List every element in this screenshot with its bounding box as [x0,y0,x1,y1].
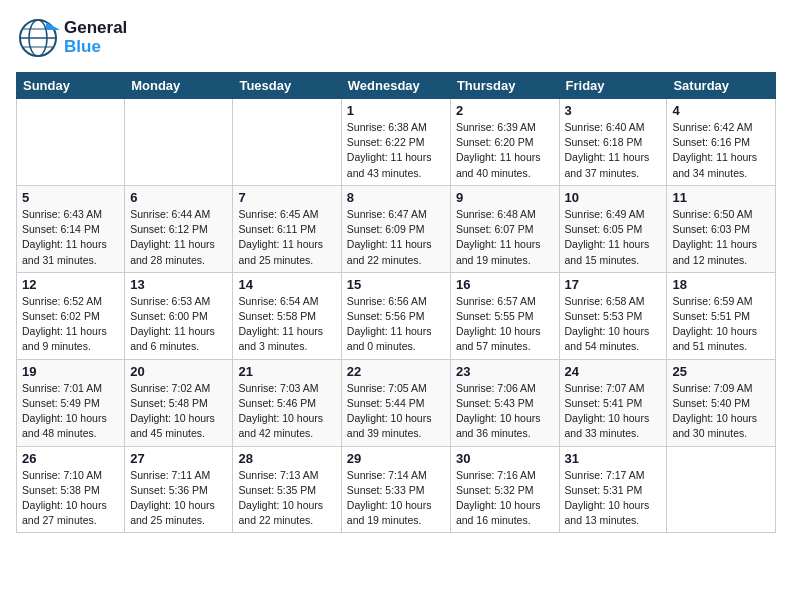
calendar-cell: 31Sunrise: 7:17 AM Sunset: 5:31 PM Dayli… [559,446,667,533]
day-number: 25 [672,364,770,379]
day-info: Sunrise: 6:54 AM Sunset: 5:58 PM Dayligh… [238,294,335,355]
day-number: 13 [130,277,227,292]
calendar-cell: 22Sunrise: 7:05 AM Sunset: 5:44 PM Dayli… [341,359,450,446]
calendar-cell: 10Sunrise: 6:49 AM Sunset: 6:05 PM Dayli… [559,185,667,272]
day-info: Sunrise: 6:59 AM Sunset: 5:51 PM Dayligh… [672,294,770,355]
calendar-cell: 14Sunrise: 6:54 AM Sunset: 5:58 PM Dayli… [233,272,341,359]
day-number: 10 [565,190,662,205]
logo-text: General Blue [64,19,127,56]
weekday-header-thursday: Thursday [450,73,559,99]
day-number: 12 [22,277,119,292]
calendar-table: SundayMondayTuesdayWednesdayThursdayFrid… [16,72,776,533]
day-info: Sunrise: 6:39 AM Sunset: 6:20 PM Dayligh… [456,120,554,181]
day-info: Sunrise: 6:47 AM Sunset: 6:09 PM Dayligh… [347,207,445,268]
calendar-cell: 13Sunrise: 6:53 AM Sunset: 6:00 PM Dayli… [125,272,233,359]
calendar-cell: 26Sunrise: 7:10 AM Sunset: 5:38 PM Dayli… [17,446,125,533]
day-info: Sunrise: 7:02 AM Sunset: 5:48 PM Dayligh… [130,381,227,442]
weekday-header-wednesday: Wednesday [341,73,450,99]
day-number: 2 [456,103,554,118]
day-info: Sunrise: 7:16 AM Sunset: 5:32 PM Dayligh… [456,468,554,529]
day-info: Sunrise: 7:09 AM Sunset: 5:40 PM Dayligh… [672,381,770,442]
day-info: Sunrise: 7:07 AM Sunset: 5:41 PM Dayligh… [565,381,662,442]
calendar-cell: 1Sunrise: 6:38 AM Sunset: 6:22 PM Daylig… [341,99,450,186]
calendar-cell: 6Sunrise: 6:44 AM Sunset: 6:12 PM Daylig… [125,185,233,272]
day-info: Sunrise: 6:40 AM Sunset: 6:18 PM Dayligh… [565,120,662,181]
day-number: 26 [22,451,119,466]
week-row-5: 26Sunrise: 7:10 AM Sunset: 5:38 PM Dayli… [17,446,776,533]
day-number: 29 [347,451,445,466]
day-info: Sunrise: 6:56 AM Sunset: 5:56 PM Dayligh… [347,294,445,355]
calendar-cell: 20Sunrise: 7:02 AM Sunset: 5:48 PM Dayli… [125,359,233,446]
week-row-1: 1Sunrise: 6:38 AM Sunset: 6:22 PM Daylig… [17,99,776,186]
calendar-cell [125,99,233,186]
day-info: Sunrise: 7:10 AM Sunset: 5:38 PM Dayligh… [22,468,119,529]
weekday-header-monday: Monday [125,73,233,99]
day-info: Sunrise: 6:58 AM Sunset: 5:53 PM Dayligh… [565,294,662,355]
weekday-header-sunday: Sunday [17,73,125,99]
day-number: 28 [238,451,335,466]
day-number: 30 [456,451,554,466]
day-number: 9 [456,190,554,205]
calendar-cell: 27Sunrise: 7:11 AM Sunset: 5:36 PM Dayli… [125,446,233,533]
day-number: 1 [347,103,445,118]
week-row-2: 5Sunrise: 6:43 AM Sunset: 6:14 PM Daylig… [17,185,776,272]
calendar-cell [667,446,776,533]
calendar-cell: 28Sunrise: 7:13 AM Sunset: 5:35 PM Dayli… [233,446,341,533]
day-info: Sunrise: 6:57 AM Sunset: 5:55 PM Dayligh… [456,294,554,355]
day-number: 5 [22,190,119,205]
day-info: Sunrise: 7:17 AM Sunset: 5:31 PM Dayligh… [565,468,662,529]
calendar-cell: 2Sunrise: 6:39 AM Sunset: 6:20 PM Daylig… [450,99,559,186]
day-info: Sunrise: 6:53 AM Sunset: 6:00 PM Dayligh… [130,294,227,355]
day-number: 23 [456,364,554,379]
day-info: Sunrise: 7:11 AM Sunset: 5:36 PM Dayligh… [130,468,227,529]
day-info: Sunrise: 7:01 AM Sunset: 5:49 PM Dayligh… [22,381,119,442]
svg-marker-5 [46,22,60,30]
day-number: 20 [130,364,227,379]
weekday-header-row: SundayMondayTuesdayWednesdayThursdayFrid… [17,73,776,99]
page-header: General Blue [16,16,776,60]
calendar-cell: 12Sunrise: 6:52 AM Sunset: 6:02 PM Dayli… [17,272,125,359]
day-number: 4 [672,103,770,118]
day-number: 24 [565,364,662,379]
calendar-cell [17,99,125,186]
day-info: Sunrise: 6:42 AM Sunset: 6:16 PM Dayligh… [672,120,770,181]
day-number: 17 [565,277,662,292]
calendar-cell: 8Sunrise: 6:47 AM Sunset: 6:09 PM Daylig… [341,185,450,272]
calendar-cell: 25Sunrise: 7:09 AM Sunset: 5:40 PM Dayli… [667,359,776,446]
day-number: 6 [130,190,227,205]
day-number: 19 [22,364,119,379]
weekday-header-friday: Friday [559,73,667,99]
day-info: Sunrise: 6:45 AM Sunset: 6:11 PM Dayligh… [238,207,335,268]
calendar-cell: 18Sunrise: 6:59 AM Sunset: 5:51 PM Dayli… [667,272,776,359]
calendar-cell: 24Sunrise: 7:07 AM Sunset: 5:41 PM Dayli… [559,359,667,446]
calendar-cell: 5Sunrise: 6:43 AM Sunset: 6:14 PM Daylig… [17,185,125,272]
day-info: Sunrise: 7:14 AM Sunset: 5:33 PM Dayligh… [347,468,445,529]
weekday-header-saturday: Saturday [667,73,776,99]
day-info: Sunrise: 6:38 AM Sunset: 6:22 PM Dayligh… [347,120,445,181]
calendar-cell: 11Sunrise: 6:50 AM Sunset: 6:03 PM Dayli… [667,185,776,272]
calendar-cell: 17Sunrise: 6:58 AM Sunset: 5:53 PM Dayli… [559,272,667,359]
day-number: 15 [347,277,445,292]
calendar-cell: 9Sunrise: 6:48 AM Sunset: 6:07 PM Daylig… [450,185,559,272]
week-row-3: 12Sunrise: 6:52 AM Sunset: 6:02 PM Dayli… [17,272,776,359]
day-number: 8 [347,190,445,205]
day-number: 16 [456,277,554,292]
weekday-header-tuesday: Tuesday [233,73,341,99]
day-info: Sunrise: 6:43 AM Sunset: 6:14 PM Dayligh… [22,207,119,268]
day-number: 14 [238,277,335,292]
calendar-cell: 4Sunrise: 6:42 AM Sunset: 6:16 PM Daylig… [667,99,776,186]
calendar-cell: 29Sunrise: 7:14 AM Sunset: 5:33 PM Dayli… [341,446,450,533]
week-row-4: 19Sunrise: 7:01 AM Sunset: 5:49 PM Dayli… [17,359,776,446]
logo: General Blue [16,16,127,60]
day-info: Sunrise: 6:50 AM Sunset: 6:03 PM Dayligh… [672,207,770,268]
day-info: Sunrise: 6:49 AM Sunset: 6:05 PM Dayligh… [565,207,662,268]
calendar-cell: 15Sunrise: 6:56 AM Sunset: 5:56 PM Dayli… [341,272,450,359]
calendar-cell: 30Sunrise: 7:16 AM Sunset: 5:32 PM Dayli… [450,446,559,533]
calendar-cell: 7Sunrise: 6:45 AM Sunset: 6:11 PM Daylig… [233,185,341,272]
calendar-cell: 21Sunrise: 7:03 AM Sunset: 5:46 PM Dayli… [233,359,341,446]
day-number: 27 [130,451,227,466]
calendar-cell: 19Sunrise: 7:01 AM Sunset: 5:49 PM Dayli… [17,359,125,446]
day-number: 3 [565,103,662,118]
day-number: 7 [238,190,335,205]
day-number: 18 [672,277,770,292]
